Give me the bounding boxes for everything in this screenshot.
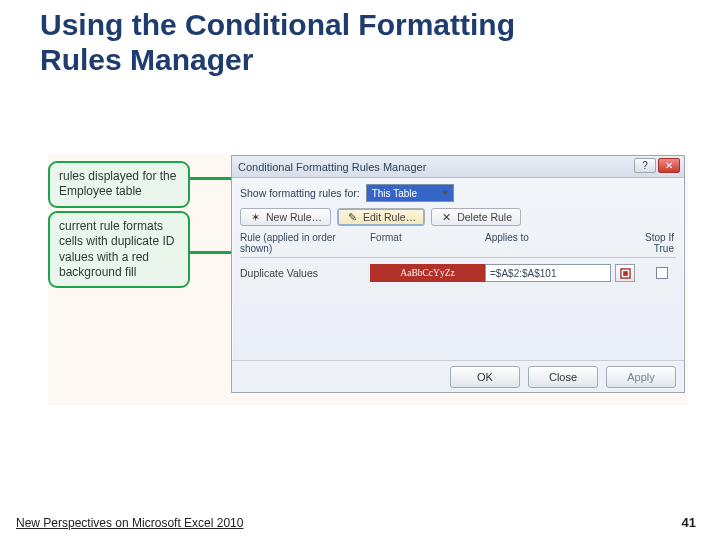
hdr-applies: Applies to xyxy=(485,232,635,254)
cf-rules-manager-dialog: Conditional Formatting Rules Manager ? ✕… xyxy=(231,155,685,393)
edit-rule-icon: ✎ xyxy=(346,211,358,223)
new-rule-button[interactable]: ✶ New Rule… xyxy=(240,208,331,226)
applies-group: =$A$2:$A$101 xyxy=(485,264,635,282)
show-rules-label: Show formatting rules for: xyxy=(240,187,360,199)
svg-rect-1 xyxy=(623,271,628,276)
rules-grid-header: Rule (applied in order shown) Format App… xyxy=(240,232,676,258)
applies-to-input[interactable]: =$A$2:$A$101 xyxy=(485,264,611,282)
range-picker-button[interactable] xyxy=(615,264,635,282)
rule-row[interactable]: Duplicate Values AaBbCcYyZz =$A$2:$A$101 xyxy=(240,262,676,284)
window-help-button[interactable]: ? xyxy=(634,158,656,173)
range-picker-icon xyxy=(620,268,631,279)
delete-rule-button[interactable]: ✕ Delete Rule xyxy=(431,208,521,226)
applies-to-value: =$A$2:$A$101 xyxy=(490,268,556,279)
close-icon: ✕ xyxy=(665,160,673,171)
close-button[interactable]: Close xyxy=(528,366,598,388)
edit-rule-button[interactable]: ✎ Edit Rule… xyxy=(337,208,425,226)
scope-selected-value: This Table xyxy=(372,188,417,199)
dialog-footer: OK Close Apply xyxy=(232,360,684,392)
page-number: 41 xyxy=(682,515,696,530)
stop-if-true-checkbox[interactable] xyxy=(656,267,668,279)
hdr-stop: Stop If True xyxy=(635,232,676,254)
rule-name: Duplicate Values xyxy=(240,267,370,279)
new-rule-icon: ✶ xyxy=(249,211,261,223)
dialog-body: Show formatting rules for: This Table ✶ … xyxy=(232,178,684,288)
rule-format-preview: AaBbCcYyZz xyxy=(370,264,485,282)
delete-rule-label: Delete Rule xyxy=(457,211,512,223)
hdr-format: Format xyxy=(370,232,485,254)
dialog-title: Conditional Formatting Rules Manager xyxy=(238,161,426,173)
figure-area: rules displayed for the Employee table c… xyxy=(48,155,688,405)
window-close-button[interactable]: ✕ xyxy=(658,158,680,173)
callout-arm-2 xyxy=(190,251,236,254)
callout-rules-displayed: rules displayed for the Employee table xyxy=(48,161,190,208)
ok-button[interactable]: OK xyxy=(450,366,520,388)
delete-rule-icon: ✕ xyxy=(440,211,452,223)
rules-toolbar: ✶ New Rule… ✎ Edit Rule… ✕ Delete Rule xyxy=(240,208,676,226)
scope-select[interactable]: This Table xyxy=(366,184,454,202)
stop-cell xyxy=(635,267,676,279)
slide-title: Using the Conditional Formatting Rules M… xyxy=(40,8,580,77)
callout-current-rule: current rule formats cells with duplicat… xyxy=(48,211,190,288)
hdr-rule: Rule (applied in order shown) xyxy=(240,232,370,254)
edit-rule-label: Edit Rule… xyxy=(363,211,416,223)
callout-arm-1 xyxy=(190,177,236,180)
apply-button[interactable]: Apply xyxy=(606,366,676,388)
dialog-titlebar[interactable]: Conditional Formatting Rules Manager ? ✕ xyxy=(232,156,684,178)
new-rule-label: New Rule… xyxy=(266,211,322,223)
footer-source: New Perspectives on Microsoft Excel 2010 xyxy=(16,516,243,530)
question-icon: ? xyxy=(642,160,648,171)
